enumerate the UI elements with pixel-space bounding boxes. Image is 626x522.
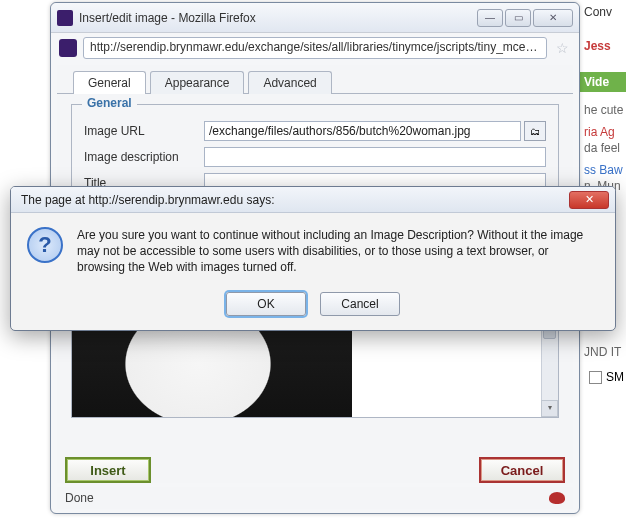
- maximize-button[interactable]: ▭: [505, 9, 531, 27]
- dialog-button-row: Insert Cancel: [51, 457, 579, 483]
- status-bar: Done: [57, 487, 573, 509]
- question-icon: ?: [27, 227, 63, 263]
- firebug-icon[interactable]: [549, 492, 565, 504]
- tab-appearance[interactable]: Appearance: [150, 71, 245, 94]
- tab-general[interactable]: General: [73, 71, 146, 94]
- confirm-ok-button[interactable]: OK: [226, 292, 306, 316]
- address-bar: http://serendip.brynmawr.edu/exchange/si…: [51, 33, 579, 63]
- window-titlebar[interactable]: Insert/edit image - Mozilla Firefox — ▭ …: [51, 3, 579, 33]
- insert-button[interactable]: Insert: [65, 457, 151, 483]
- tab-advanced[interactable]: Advanced: [248, 71, 331, 94]
- close-window-button[interactable]: ✕: [533, 9, 573, 27]
- confirm-close-button[interactable]: ✕: [569, 191, 609, 209]
- cancel-button[interactable]: Cancel: [479, 457, 565, 483]
- browse-url-button[interactable]: 🗂: [524, 121, 546, 141]
- scroll-down-icon[interactable]: ▾: [541, 400, 558, 417]
- input-image-description[interactable]: [204, 147, 546, 167]
- bookmark-star-icon[interactable]: ☆: [553, 39, 571, 57]
- site-favicon: [59, 39, 77, 57]
- status-text: Done: [65, 491, 94, 505]
- firefox-page-icon: [57, 10, 73, 26]
- label-image-url: Image URL: [84, 124, 204, 138]
- row-image-description: Image description: [84, 147, 546, 167]
- confirm-button-row: OK Cancel: [11, 286, 615, 330]
- confirm-titlebar[interactable]: The page at http://serendip.brynmawr.edu…: [11, 187, 615, 213]
- label-image-description: Image description: [84, 150, 204, 164]
- minimize-button[interactable]: —: [477, 9, 503, 27]
- fieldset-legend: General: [82, 96, 137, 110]
- tab-strip: General Appearance Advanced: [57, 65, 573, 94]
- confirm-dialog: The page at http://serendip.brynmawr.edu…: [10, 186, 616, 331]
- confirm-cancel-button[interactable]: Cancel: [320, 292, 400, 316]
- window-title: Insert/edit image - Mozilla Firefox: [79, 11, 469, 25]
- url-input[interactable]: http://serendip.brynmawr.edu/exchange/si…: [83, 37, 547, 59]
- background-checkbox[interactable]: SM: [589, 370, 624, 384]
- row-image-url: Image URL 🗂: [84, 121, 546, 141]
- confirm-title-text: The page at http://serendip.brynmawr.edu…: [21, 193, 274, 207]
- input-image-url[interactable]: [204, 121, 521, 141]
- confirm-message: Are you sure you want to continue withou…: [77, 227, 599, 276]
